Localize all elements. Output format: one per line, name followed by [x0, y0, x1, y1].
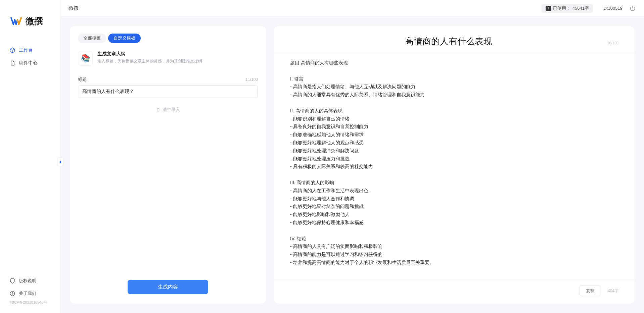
generate-label: 生成内容	[158, 284, 178, 290]
output-panel: 高情商的人有什么表现 10/100 题目:高情商的人有哪些表现 I. 引言 - …	[274, 26, 635, 304]
nav-item-drafts[interactable]: 稿件中心	[0, 57, 60, 69]
usage-badge: T 已使用： 45641字	[542, 4, 593, 13]
tab-label: 自定义模板	[113, 36, 135, 41]
clear-label: 清空录入	[163, 107, 180, 113]
clear-input-button[interactable]: 清空录入	[78, 107, 258, 113]
output-footer: 复制 404字	[274, 280, 635, 304]
logout-button[interactable]	[629, 5, 636, 12]
brand-logo: 微撰	[0, 0, 60, 37]
nav-item-label: 稿件中心	[19, 60, 38, 66]
topbar: 微撰 T 已使用： 45641字 ID:100519	[60, 0, 644, 17]
content-area: 全部模板 自定义模板 📚 生成文章大纲 输入标题，为你提供文章主体的灵感，并为其…	[60, 17, 644, 313]
shield-icon	[9, 278, 15, 284]
title-input[interactable]	[78, 85, 258, 98]
template-description: 输入标题，为你提供文章主体的灵感，并为其创建推文提纲	[97, 58, 202, 64]
document-icon	[9, 60, 15, 66]
usage-prefix: 已使用：	[553, 5, 570, 11]
nav-item-label: 版权说明	[19, 278, 36, 284]
main-area: 微撰 T 已使用： 45641字 ID:100519 全部模板 自定义	[60, 0, 644, 313]
nav-item-label: 工作台	[19, 47, 33, 53]
input-panel: 全部模板 自定义模板 📚 生成文章大纲 输入标题，为你提供文章主体的灵感，并为其…	[70, 26, 266, 304]
generate-button[interactable]: 生成内容	[128, 280, 208, 294]
info-icon	[9, 291, 15, 297]
tab-all-templates[interactable]: 全部模板	[78, 34, 106, 43]
power-icon	[629, 5, 636, 12]
form-body: 标题 11/100 清空录入	[70, 71, 266, 272]
trash-icon	[156, 107, 160, 112]
output-title-counter: 10/100	[607, 41, 618, 45]
sidebar: 微撰 工作台 稿件中心 版权说明 关于我们 鄂ICP备2022016946号	[0, 0, 60, 313]
output-header: 高情商的人有什么表现 10/100	[274, 26, 635, 52]
char-count: 404字	[608, 288, 618, 294]
svg-point-2	[12, 293, 13, 293]
sidebar-nav: 工作台 稿件中心	[0, 37, 60, 274]
icp-text: 鄂ICP备2022016946号	[0, 300, 60, 308]
template-title: 生成文章大纲	[97, 51, 202, 57]
template-icon: 📚	[78, 51, 93, 66]
nav-item-copyright[interactable]: 版权说明	[0, 274, 60, 287]
sidebar-footer: 版权说明 关于我们 鄂ICP备2022016946号	[0, 274, 60, 313]
chevron-left-icon	[58, 160, 62, 164]
field-counter: 11/100	[245, 77, 258, 82]
output-body[interactable]: 题目:高情商的人有哪些表现 I. 引言 - 高情商是指人们处理情绪、与他人互动以…	[274, 52, 635, 280]
nav-item-label: 关于我们	[19, 291, 36, 297]
topbar-title: 微撰	[68, 5, 79, 11]
text-icon: T	[546, 6, 551, 11]
copy-button[interactable]: 复制	[580, 285, 601, 296]
output-title: 高情商的人有什么表现	[290, 36, 607, 47]
cube-icon	[9, 47, 15, 53]
usage-value: 45641字	[572, 5, 589, 11]
template-card: 📚 生成文章大纲 输入标题，为你提供文章主体的灵感，并为其创建推文提纲	[70, 43, 266, 71]
nav-item-about[interactable]: 关于我们	[0, 287, 60, 300]
brand-name: 微撰	[26, 15, 43, 27]
nav-item-workspace[interactable]: 工作台	[0, 44, 60, 57]
tab-label: 全部模板	[83, 36, 101, 41]
tab-custom-templates[interactable]: 自定义模板	[108, 34, 141, 43]
copy-label: 复制	[586, 288, 595, 293]
sidebar-collapse-handle[interactable]	[57, 158, 63, 166]
logo-icon	[10, 15, 22, 27]
template-tabs: 全部模板 自定义模板	[70, 26, 266, 43]
field-label: 标题	[78, 76, 87, 83]
user-id: ID:100519	[602, 6, 623, 11]
